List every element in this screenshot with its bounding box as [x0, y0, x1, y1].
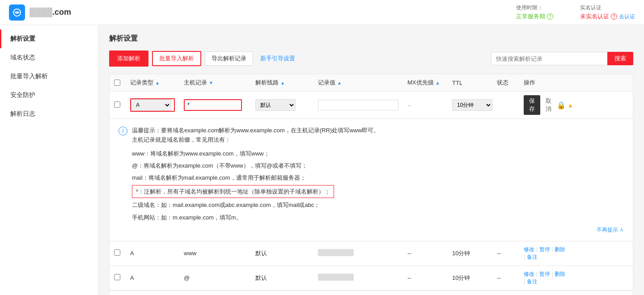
- row1-value: [314, 249, 403, 257]
- record-type-select[interactable]: A CNAME MX TXT AAAA: [131, 99, 171, 111]
- row1-checkbox[interactable]: [114, 249, 120, 256]
- record-value-input[interactable]: [318, 100, 398, 110]
- service-limit-label: 使用时限：: [516, 4, 553, 12]
- row1-host: www: [179, 250, 251, 257]
- row2-ttl: 10分钟: [448, 274, 492, 282]
- no-more-tips[interactable]: 不再提示 ∧: [119, 226, 624, 234]
- logo-area: ████.com: [9, 4, 71, 21]
- row1-ttl: 10分钟: [448, 249, 492, 257]
- new-record-row: A CNAME MX TXT AAAA ✕: [110, 92, 633, 119]
- type-select-wrap: A CNAME MX TXT AAAA: [130, 98, 175, 112]
- table-row: A www 默认 -- 10分钟 -- 修改 | 暂停 | 删除 | 备注: [110, 241, 633, 266]
- input-action-cell: 保存 取消 🔒 ▲: [519, 95, 573, 115]
- info-details: www：将域名解析为www.example.com，填写www； @：将域名解析…: [119, 148, 624, 223]
- th-record-value: 记录值 ▲: [314, 79, 403, 87]
- logo-text: ████.com: [30, 8, 71, 17]
- input-mx-cell: --: [403, 102, 448, 109]
- real-name-label: 实名认证: [580, 4, 635, 12]
- lock-icon: 🔒: [557, 101, 566, 110]
- th-status: 状态: [492, 79, 519, 87]
- info-row-at: @：将域名解析为example.com（不带www），填写@或者不填写；: [132, 160, 624, 171]
- row2-checkbox[interactable]: [114, 274, 120, 280]
- info-circle-icon: i: [119, 126, 127, 135]
- row2-line: 默认: [251, 274, 314, 282]
- row2-value: [314, 274, 403, 282]
- save-record-button[interactable]: 保存: [524, 95, 540, 115]
- table-row: A @ 默认 -- 10分钟 -- 修改 | 暂停 | 删除 | 备注: [110, 266, 633, 291]
- guide-button[interactable]: 新手引导设置: [257, 52, 299, 65]
- real-name-link[interactable]: 去认证: [619, 13, 635, 21]
- th-checkbox: [110, 80, 126, 86]
- info-row-wildcard: *：泛解析，所有子域名均被解析到统一地址（除单独设置的子域名解析）；: [132, 185, 624, 198]
- cancel-record-button[interactable]: 取消: [542, 95, 555, 115]
- row2-pause-link[interactable]: 暂停: [539, 271, 550, 277]
- input-host-cell: ✕: [179, 99, 251, 111]
- input-line-cell: 默认 境外 联通 电信: [251, 99, 314, 111]
- service-limit-block: 使用时限： 正常服务期 ?: [516, 4, 553, 21]
- th-actions: 操作: [519, 79, 573, 87]
- service-question-icon[interactable]: ?: [547, 13, 553, 20]
- th-mx: MX优先级 ▲: [403, 79, 448, 87]
- row1-type: A: [126, 250, 179, 257]
- search-button[interactable]: 搜索: [607, 52, 633, 65]
- header: ████.com 使用时限： 正常服务期 ? 实名认证 未实名认证 ? 去认证: [0, 0, 644, 25]
- table-footer: 暂停 启用 删除 1/1页 ‹ › 跳转: [110, 291, 633, 295]
- th-parse-line: 解析线路 ▲: [251, 79, 314, 87]
- real-name-block: 实名认证 未实名认证 ? 去认证: [580, 4, 635, 21]
- search-area: 搜索: [491, 52, 633, 65]
- host-record-input[interactable]: [185, 100, 242, 110]
- upgrade-icon: ▲: [568, 102, 573, 109]
- row1-mx: --: [403, 250, 448, 257]
- header-info-area: 使用时限： 正常服务期 ? 实名认证 未实名认证 ? 去认证: [516, 4, 635, 21]
- row1-actions: 修改 | 暂停 | 删除 | 备注: [519, 246, 573, 261]
- sidebar-item-domain-status[interactable]: 域名状态: [0, 48, 98, 67]
- batch-import-button[interactable]: 批量导入解析: [152, 51, 201, 66]
- export-button[interactable]: 导出解析记录: [205, 51, 253, 66]
- sidebar-item-batch-import[interactable]: 批量导入解析: [0, 67, 98, 86]
- real-name-question-icon[interactable]: ?: [611, 13, 617, 20]
- th-host-record: 主机记录 ▼: [179, 79, 251, 87]
- sidebar-item-security[interactable]: 安全防护: [0, 86, 98, 105]
- input-checkbox-cell: [110, 101, 126, 109]
- row2-note-link[interactable]: 备注: [527, 278, 538, 285]
- real-name-status: 未实名认证: [580, 13, 609, 21]
- row1-pause-link[interactable]: 暂停: [539, 246, 550, 253]
- main-layout: 解析设置 域名状态 批量导入解析 安全防护 解析日志 解析设置 添加解析 批量导…: [0, 25, 644, 295]
- sidebar-item-logs[interactable]: 解析日志: [0, 105, 98, 123]
- dns-table: 记录类型 ▲ 主机记录 ▼ 解析线路 ▲ 记录值 ▲ MX优先级 ▲: [109, 74, 633, 295]
- toolbar: 添加解析 批量导入解析 导出解析记录 新手引导设置 搜索: [109, 51, 633, 67]
- row2-delete-link[interactable]: 删除: [555, 271, 565, 277]
- select-all-checkbox[interactable]: [114, 80, 120, 86]
- row1-status: --: [492, 250, 519, 257]
- parse-line-select[interactable]: 默认 境外 联通 电信: [255, 99, 296, 111]
- row2-host: @: [179, 274, 251, 281]
- row1-note-link[interactable]: 备注: [527, 254, 538, 260]
- input-type-cell: A CNAME MX TXT AAAA: [126, 98, 179, 112]
- table-header: 记录类型 ▲ 主机记录 ▼ 解析线路 ▲ 记录值 ▲ MX优先级 ▲: [110, 74, 633, 92]
- row1-edit-link[interactable]: 修改: [524, 246, 534, 253]
- logo-icon: [9, 4, 25, 21]
- row2-mx: --: [403, 274, 448, 281]
- info-row-mobile: 手机网站：如：m.example.com，填写m。: [132, 212, 624, 223]
- sort-mx-icon[interactable]: ▲: [436, 80, 440, 85]
- ttl-select[interactable]: 10分钟 30分钟 1小时: [452, 99, 492, 111]
- sort-host-icon[interactable]: ▼: [209, 80, 213, 85]
- sidebar-item-dns[interactable]: 解析设置: [0, 30, 98, 48]
- add-dns-button[interactable]: 添加解析: [109, 51, 148, 67]
- info-box: i 温馨提示：要将域名example.com解析为www.example.com…: [110, 119, 633, 241]
- row2-type: A: [126, 274, 179, 281]
- host-record-input-wrap: ✕: [184, 99, 242, 111]
- new-row-checkbox[interactable]: [114, 101, 120, 108]
- row2-edit-link[interactable]: 修改: [524, 271, 534, 277]
- sort-value-icon[interactable]: ▲: [337, 80, 342, 85]
- page-title: 解析设置: [109, 34, 633, 43]
- real-name-status-row: 未实名认证 ? 去认证: [580, 13, 635, 21]
- row1-delete-link[interactable]: 删除: [555, 246, 565, 253]
- th-record-type: 记录类型 ▲: [126, 79, 179, 87]
- input-value-cell: [314, 100, 403, 110]
- sort-line-icon[interactable]: ▲: [280, 80, 285, 85]
- search-input[interactable]: [491, 52, 607, 65]
- sort-type-icon[interactable]: ▲: [155, 80, 160, 85]
- sidebar: 解析设置 域名状态 批量导入解析 安全防护 解析日志: [0, 25, 98, 295]
- row2-status: --: [492, 274, 519, 281]
